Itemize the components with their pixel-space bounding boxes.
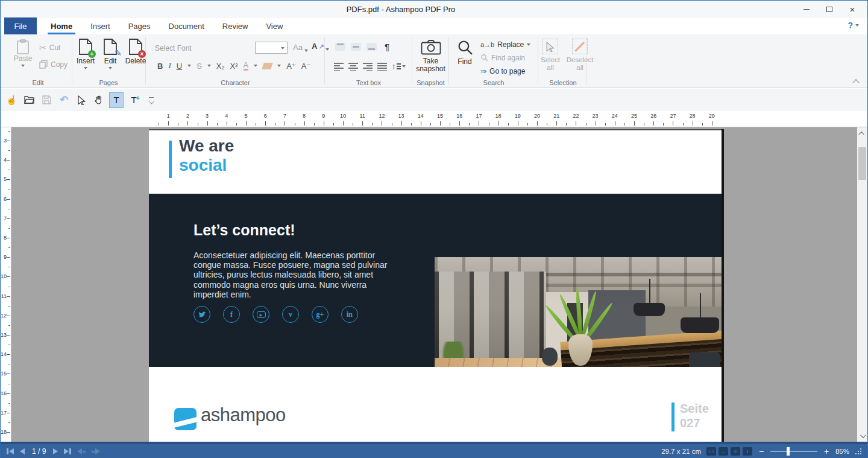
scroll-down-button[interactable]: [857, 431, 867, 441]
ruler-tick: [8, 189, 10, 190]
zoom-out-button[interactable]: −: [758, 447, 765, 456]
delete-page-button[interactable]: × Delete: [124, 38, 148, 69]
align-right-icon[interactable]: [363, 63, 373, 71]
chevron-down-icon: [108, 67, 112, 69]
tab-home[interactable]: Home: [42, 17, 81, 34]
tab-file[interactable]: File: [4, 17, 37, 34]
underline-button[interactable]: U: [177, 62, 182, 71]
find-button[interactable]: Find: [451, 39, 478, 66]
align-middle-button[interactable]: [351, 43, 361, 51]
ruler-tick: [8, 228, 10, 229]
chevron-down-icon[interactable]: [207, 65, 211, 67]
change-case-button[interactable]: Aa: [293, 43, 308, 52]
chevron-down-icon[interactable]: [277, 65, 281, 67]
page-header-section: We are social: [149, 130, 722, 194]
tab-view[interactable]: View: [257, 17, 292, 34]
pdf-page[interactable]: We are social Let’s connect! Aconsectetu…: [149, 129, 722, 442]
insert-page-button[interactable]: + Insert: [74, 38, 97, 69]
align-center-icon[interactable]: [348, 63, 358, 71]
select-all-button[interactable]: Select all: [539, 39, 562, 72]
chevron-down-icon[interactable]: [187, 65, 191, 67]
bold-button[interactable]: B: [157, 62, 163, 71]
touch-tool[interactable]: ☝: [4, 92, 19, 108]
minimize-button[interactable]: [795, 1, 818, 17]
take-snapshot-button[interactable]: Take snapshot: [414, 39, 447, 73]
cut-button[interactable]: ✂ Cut: [39, 43, 60, 52]
undo[interactable]: ↶: [57, 92, 71, 108]
zoom-in-button[interactable]: +: [823, 447, 830, 456]
fit-width-button[interactable]: ↔: [719, 447, 728, 456]
select-tool[interactable]: [74, 92, 89, 108]
font-color-button[interactable]: A: [244, 62, 249, 71]
grow-font-button[interactable]: A⁺: [286, 62, 296, 71]
prev-page-button[interactable]: [20, 448, 25, 454]
arrow-up-right-icon: ↗: [318, 43, 324, 51]
chevron-down-icon: [21, 65, 25, 67]
close-button[interactable]: ×: [841, 1, 864, 17]
add-text-tool[interactable]: T+: [127, 92, 141, 108]
view-forward-button[interactable]: [92, 448, 100, 454]
copy-label: Copy: [51, 60, 68, 69]
scrollbar-thumb[interactable]: [858, 147, 866, 180]
actual-size-button[interactable]: 1:1: [706, 447, 716, 456]
group-edit-label: Edit: [5, 79, 71, 86]
ruler-tick: [7, 374, 10, 374]
edit-page-button[interactable]: ✎ Edit: [99, 38, 121, 69]
tab-insert[interactable]: Insert: [81, 17, 119, 34]
align-top-button[interactable]: [335, 43, 345, 51]
find-again-button[interactable]: Find again: [480, 53, 530, 62]
ruler-number: 11: [1, 293, 7, 299]
deselect-all-button[interactable]: Deselect all: [565, 39, 595, 72]
view-back-button[interactable]: [77, 448, 86, 454]
resize-grip[interactable]: [855, 448, 863, 456]
maximize-button[interactable]: [818, 1, 841, 17]
document-canvas[interactable]: We are social Let’s connect! Aconsectetu…: [11, 127, 858, 442]
facing-pages-button[interactable]: ‖: [743, 447, 752, 456]
ruler-tick: [7, 218, 10, 219]
next-page-button[interactable]: [53, 448, 58, 454]
font-name-field[interactable]: Select Font: [155, 44, 192, 52]
toolbar-overflow[interactable]: [144, 92, 159, 108]
replace-button[interactable]: a→b Replace: [480, 40, 530, 49]
ruler-number: 17: [473, 113, 485, 119]
tab-review[interactable]: Review: [213, 17, 257, 34]
italic-button[interactable]: I: [168, 61, 171, 71]
first-page-button[interactable]: [7, 448, 14, 454]
align-left-icon[interactable]: [334, 63, 344, 71]
line-spacing-button[interactable]: ↕: [392, 62, 406, 71]
zoom-slider-handle[interactable]: [787, 447, 790, 456]
vertical-ruler: 3456789101112131415161718: [1, 127, 11, 442]
zoom-slider[interactable]: [770, 451, 817, 452]
strikethrough-button[interactable]: S: [197, 62, 202, 71]
edit-label: Edit: [104, 57, 117, 65]
text-edit-tool[interactable]: T: [109, 92, 124, 108]
vertical-scrollbar[interactable]: [857, 127, 867, 442]
shrink-font-button[interactable]: A⁻: [301, 62, 311, 71]
scroll-up-button[interactable]: [857, 129, 867, 138]
scissors-icon: ✂: [39, 43, 46, 52]
save[interactable]: [39, 92, 54, 108]
paste-button[interactable]: Paste: [10, 39, 36, 67]
help-button[interactable]: ?: [848, 21, 859, 30]
copy-button[interactable]: Copy: [39, 60, 68, 69]
align-justify-icon[interactable]: [377, 63, 387, 71]
align-bottom-button[interactable]: [366, 43, 377, 51]
superscript-button[interactable]: X²: [230, 62, 238, 71]
chevron-down-icon[interactable]: [254, 65, 257, 67]
font-size-combobox[interactable]: [255, 42, 288, 54]
ruler-tick: [7, 141, 10, 141]
ruler-number: 23: [590, 113, 602, 119]
tab-pages[interactable]: Pages: [119, 17, 160, 34]
subscript-button[interactable]: X₂: [216, 62, 225, 71]
hand-tool[interactable]: [92, 92, 106, 108]
fit-page-button[interactable]: ≣: [731, 447, 740, 456]
last-page-button[interactable]: [64, 448, 71, 454]
pilcrow-button[interactable]: ¶: [385, 42, 389, 52]
highlighter-icon[interactable]: [262, 63, 273, 69]
tab-document[interactable]: Document: [160, 17, 213, 34]
go-to-page-button[interactable]: ⇒ Go to page: [480, 66, 530, 75]
chevron-down-icon: [860, 432, 866, 438]
ruler-tick: [8, 131, 10, 132]
open-file[interactable]: [22, 92, 36, 108]
collapse-ribbon-button[interactable]: [854, 78, 859, 84]
